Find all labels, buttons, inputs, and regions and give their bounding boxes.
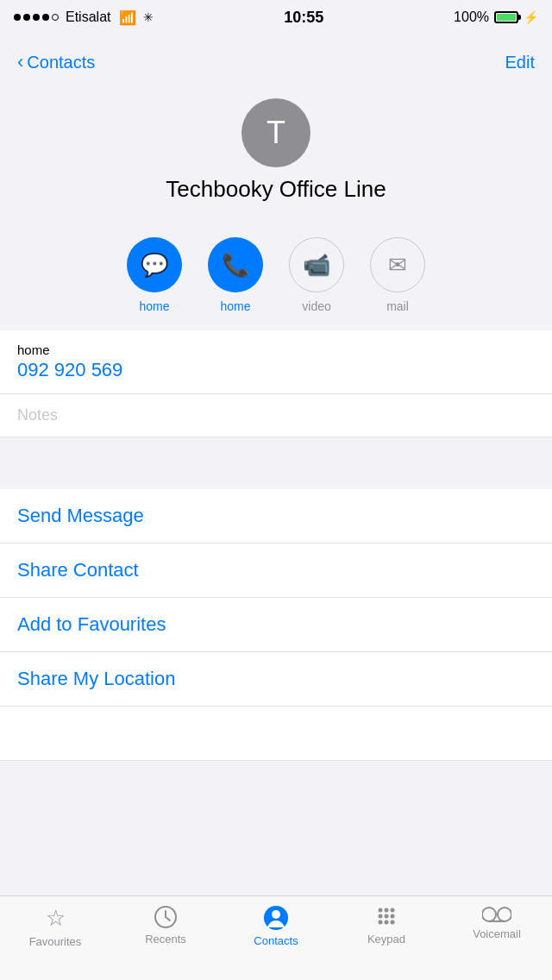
tab-contacts[interactable]: Contacts — [221, 905, 331, 947]
share-location-button[interactable]: Share My Location — [0, 652, 552, 707]
mail-label: mail — [386, 299, 409, 313]
edit-button[interactable]: Edit — [505, 53, 535, 72]
svg-point-11 — [379, 920, 383, 925]
svg-line-2 — [166, 917, 170, 920]
add-favourites-button[interactable]: Add to Favourites — [0, 598, 552, 652]
action-buttons-row: 💬 home 📞 home 📹 video ✉ mail — [0, 220, 552, 322]
battery-icon — [494, 11, 518, 23]
svg-point-12 — [385, 920, 389, 925]
tab-voicemail[interactable]: Voicemail — [442, 905, 552, 940]
status-time: 10:55 — [284, 9, 323, 27]
avatar-initial: T — [267, 115, 285, 151]
phone-value[interactable]: 092 920 569 — [17, 359, 535, 381]
signal-dot-3 — [33, 14, 40, 21]
mail-icon: ✉ — [388, 252, 407, 279]
battery-body — [494, 11, 518, 23]
tab-favourites-label: Favourites — [29, 935, 82, 948]
message-action-button[interactable]: 💬 home — [127, 237, 182, 313]
signal-dot-4 — [42, 14, 49, 21]
video-icon: 📹 — [303, 252, 330, 279]
carrier-name: Etisalat — [66, 9, 110, 25]
status-left: Etisalat 📶 ✳ — [14, 9, 154, 26]
signal-dot-1 — [14, 14, 21, 21]
call-action-button[interactable]: 📞 home — [208, 237, 263, 313]
spacer — [0, 437, 552, 489]
video-label: video — [302, 299, 330, 313]
charging-bolt-icon: ⚡ — [524, 10, 538, 24]
tab-bar: ☆ Favourites Recents Contacts — [0, 895, 552, 980]
clock-icon — [154, 905, 178, 929]
message-label: home — [139, 299, 169, 313]
message-icon: 💬 — [141, 252, 168, 279]
signal-dot-2 — [23, 14, 30, 21]
video-circle: 📹 — [289, 237, 344, 292]
message-circle: 💬 — [127, 237, 182, 292]
contact-name: Techbooky Office Line — [166, 176, 386, 203]
chevron-left-icon: ‹ — [17, 51, 23, 73]
status-right: 100% ⚡ — [454, 9, 538, 25]
wifi-icon: 📶 — [119, 9, 136, 26]
svg-point-10 — [391, 914, 395, 919]
phone-label: home — [17, 342, 535, 357]
send-message-button[interactable]: Send Message — [0, 489, 552, 543]
svg-point-5 — [379, 908, 383, 913]
mail-circle: ✉ — [370, 237, 425, 292]
tab-favourites[interactable]: ☆ Favourites — [0, 905, 110, 948]
svg-point-4 — [272, 910, 280, 919]
call-label: home — [220, 299, 250, 313]
battery-percent: 100% — [454, 9, 489, 25]
contact-header: T Techbooky Office Line — [0, 90, 552, 220]
notes-placeholder: Notes — [17, 406, 58, 424]
contacts-icon — [263, 905, 289, 931]
keypad-icon — [374, 905, 398, 929]
back-button[interactable]: ‹ Contacts — [17, 51, 95, 73]
voicemail-icon — [482, 905, 511, 924]
notes-section[interactable]: Notes — [0, 394, 552, 437]
tab-keypad-label: Keypad — [367, 933, 405, 945]
placeholder-item: – — [0, 707, 552, 761]
svg-point-8 — [379, 914, 383, 919]
signal-dot-5 — [52, 14, 59, 21]
call-circle: 📞 — [208, 237, 263, 292]
svg-point-7 — [391, 908, 395, 913]
tab-voicemail-label: Voicemail — [473, 927, 521, 940]
nav-bar: ‹ Contacts Edit — [0, 35, 552, 90]
share-contact-button[interactable]: Share Contact — [0, 543, 552, 598]
mail-action-button[interactable]: ✉ mail — [370, 237, 425, 313]
tab-contacts-label: Contacts — [254, 934, 298, 947]
svg-point-15 — [498, 908, 511, 921]
svg-point-9 — [385, 914, 389, 919]
svg-point-13 — [391, 920, 395, 925]
phone-section: home 092 920 569 Notes — [0, 330, 552, 437]
video-action-button[interactable]: 📹 video — [289, 237, 344, 313]
tab-recents[interactable]: Recents — [110, 905, 221, 945]
back-label: Contacts — [27, 53, 95, 72]
tab-keypad[interactable]: Keypad — [331, 905, 442, 945]
star-icon: ☆ — [46, 905, 66, 932]
svg-point-14 — [482, 908, 496, 921]
phone-field-group: home 092 920 569 — [0, 330, 552, 394]
avatar: T — [242, 98, 310, 167]
battery-fill — [497, 14, 516, 21]
tab-recents-label: Recents — [145, 933, 186, 945]
signal-strength — [14, 14, 59, 21]
svg-point-6 — [385, 908, 389, 913]
status-bar: Etisalat 📶 ✳ 10:55 100% ⚡ — [0, 0, 552, 35]
loading-icon: ✳ — [143, 10, 154, 24]
phone-icon: 📞 — [222, 252, 249, 279]
action-list: Send Message Share Contact Add to Favour… — [0, 489, 552, 761]
